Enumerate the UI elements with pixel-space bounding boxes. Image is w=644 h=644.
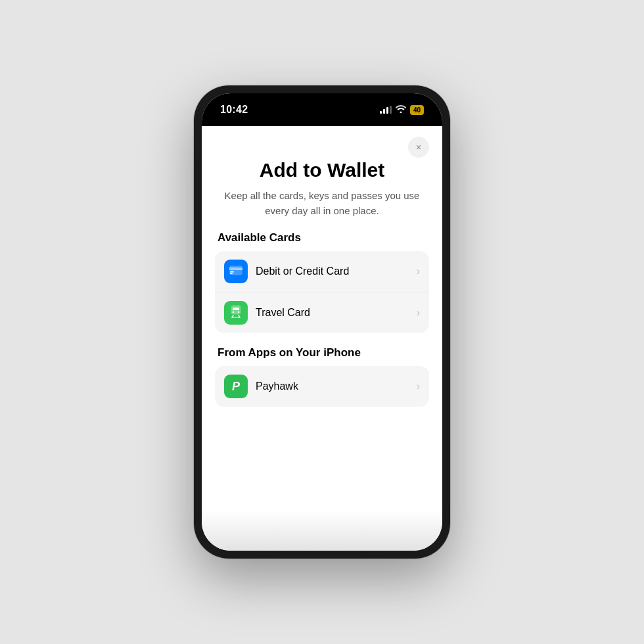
heading-area: Add to Wallet Keep all the cards, keys a…	[202, 126, 442, 231]
content-area: × Add to Wallet Keep all the cards, keys…	[202, 126, 442, 551]
phone-frame: 10:42 40	[194, 85, 450, 559]
payhawk-chevron-icon: ›	[417, 380, 420, 392]
debit-credit-card-item[interactable]: Debit or Credit Card ›	[215, 251, 429, 292]
debit-credit-chevron-icon: ›	[417, 265, 420, 277]
payhawk-label: Payhawk	[256, 380, 417, 392]
payhawk-item[interactable]: P Payhawk ›	[215, 366, 429, 407]
debit-credit-card-icon	[224, 260, 248, 283]
credit-card-icon	[229, 265, 242, 278]
travel-card-chevron-icon: ›	[417, 307, 420, 319]
travel-card-item[interactable]: Travel Card ›	[215, 292, 429, 333]
svg-point-6	[233, 311, 235, 313]
payhawk-icon: P	[224, 375, 248, 398]
available-cards-list: Debit or Credit Card ›	[215, 251, 429, 333]
status-bar: 10:42 40	[202, 93, 442, 126]
page-subtitle: Keep all the cards, keys and passes you …	[221, 189, 423, 218]
apps-section: From Apps on Your iPhone P Payhawk ›	[202, 346, 442, 420]
status-icons: 40	[380, 104, 424, 115]
close-button[interactable]: ×	[408, 137, 429, 158]
svg-rect-1	[229, 267, 242, 270]
debit-credit-card-label: Debit or Credit Card	[256, 265, 417, 277]
svg-rect-2	[230, 271, 234, 273]
apps-card-list: P Payhawk ›	[215, 366, 429, 407]
page-title: Add to Wallet	[221, 159, 423, 181]
svg-point-7	[238, 311, 240, 313]
battery-indicator: 40	[410, 105, 424, 115]
apps-section-heading: From Apps on Your iPhone	[215, 346, 429, 359]
status-time: 10:42	[220, 104, 248, 116]
train-icon	[230, 305, 242, 321]
travel-card-label: Travel Card	[256, 307, 417, 319]
available-cards-heading: Available Cards	[215, 231, 429, 244]
svg-rect-3	[230, 273, 233, 274]
close-icon: ×	[416, 143, 421, 152]
signal-icon	[380, 106, 392, 114]
travel-card-icon-wrap	[224, 301, 248, 325]
svg-rect-5	[233, 308, 239, 310]
available-cards-section: Available Cards	[202, 231, 442, 346]
phone-screen: 10:42 40	[202, 93, 442, 551]
wifi-icon	[396, 104, 406, 115]
payhawk-logo-icon: P	[232, 380, 240, 394]
